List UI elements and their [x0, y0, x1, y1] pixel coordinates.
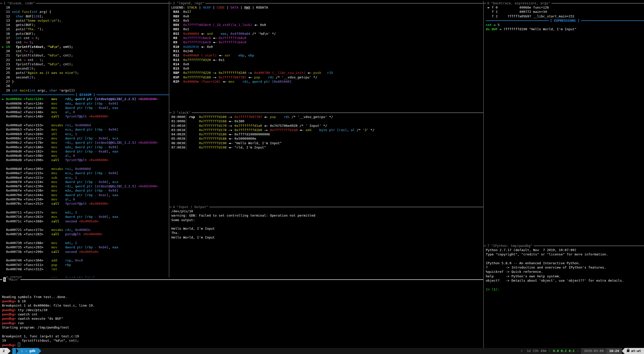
- pane-backtrace[interactable]: 6 "backtrace, expressions, args" ► f 0 4…: [484, 1, 644, 244]
- border-dash: [169, 112, 172, 113]
- terminal-line: 0x4006b3 <func+163> mov ecx, dword ptr […: [2, 127, 169, 132]
- gdb-console-content[interactable]: Reading symbols from test...done.pwndbg>…: [0, 282, 483, 347]
- terminal-line: Some output:: [171, 218, 483, 222]
- terminal-line: 12 char BUF[128];: [2, 14, 169, 18]
- terminal-line: Python 2.7.17 (default, Nov 7 2019, 10:0…: [486, 248, 644, 252]
- terminal-line: 0x400716 <func+262> mov dword ptr [rbp -…: [2, 215, 169, 219]
- border-line: [209, 207, 483, 207]
- terminal-line: 0x4006d6 <func+198> mov al, 0: [2, 154, 169, 158]
- terminal-line: 02:0010│ 0x7fffffffd170 —▸ 0x7fffffffd1a…: [171, 124, 483, 128]
- terminal-line: 10: [2, 5, 169, 10]
- terminal-line: 21 fprintf(stdout, "%d\n", cnt);: [2, 53, 169, 57]
- terminal-line: [486, 283, 644, 287]
- pane-number: 6: [487, 1, 490, 5]
- border-dash: [0, 3, 2, 4]
- terminal-line: IPython 5.8.0 -- An enhanced Interactive…: [486, 261, 644, 265]
- terminal-line: pwndbg> tty /dev/pts/10: [2, 308, 483, 312]
- terminal-line: 0x4006e7 <func+215> mov ecx, dword ptr […: [2, 171, 169, 175]
- pane-border-stack: 3 "stack": [169, 110, 483, 115]
- terminal-line: RDX 0x7ffff7dd18c0 (_IO_stdfile_1_lock) …: [171, 23, 483, 27]
- terminal-line: 0x4006c2 <func+178> mov rdi, qword ptr […: [2, 140, 169, 145]
- terminal-line: 01:0008│ 0x7fffffffd168 ◄— 0x380: [171, 119, 483, 123]
- terminal-line: 14 gets(BUF);: [2, 23, 169, 27]
- terminal-line: R8 0x7ffff7fcb4c0 ◄— 0x7ffff7fcb4c0: [171, 36, 483, 40]
- chevron-right-icon: ›: [25, 348, 27, 354]
- terminal-line: 0x400721 <func+273> movabs rdi, 0x40083c: [2, 228, 169, 232]
- terminal-line: /dev/pts/10: [171, 209, 483, 213]
- pane-legend-regs[interactable]: 2 "legend, regs" LEGEND: STACK | HEAP | …: [169, 1, 483, 110]
- terminal-line: LEGEND: STACK | HEAP | CODE | DATA | RWX…: [171, 5, 483, 10]
- disasm-code-content: 10 11 void func(int arg) { 12 char BUF[1…: [0, 5, 169, 277]
- pane-stack[interactable]: 3 "stack" 00:0000│ rsp 0x7fffffffd160 —▸…: [169, 110, 483, 205]
- terminal-line: [2, 162, 169, 167]
- terminal-line: Hello World, I'm Input: [171, 226, 483, 231]
- terminal-line: 07:0038│ 0x7fffffffd198 ◄— "rld, I'm Inp…: [171, 145, 483, 150]
- terminal-line: f 1 400772 main+34: [486, 10, 644, 14]
- pane-title: "legend, regs": [177, 1, 204, 5]
- terminal-line: pwndbg>: [2, 343, 483, 347]
- terminal-line: Starting program: /tmp/pwndbg/test: [2, 325, 483, 330]
- terminal-line: 23 fprintf(stdout, "%d\n", cnt);: [2, 62, 169, 66]
- terminal-line: ► 19 fprintf(stdout, "%d\n", cnt);: [2, 45, 169, 49]
- terminal-line: 27 }: [2, 79, 169, 84]
- terminal-line: 0x4006a9 <func+153> movabs rsi, 0x40080d: [2, 123, 169, 127]
- terminal-line: 29 int main(int argc, char *argv[]): [2, 88, 169, 93]
- pane-disasm-code[interactable]: 1 "disasm, code" 10 11 void func(int arg…: [0, 1, 169, 277]
- terminal-line: Type "copyright", "credits" or "license"…: [486, 252, 644, 256]
- terminal-line: ► f 0 40068e func+126: [486, 5, 644, 10]
- terminal-line: RAX 0x17: [171, 10, 483, 14]
- terminal-line: 00:0000│ rsp 0x7fffffffd160 —▸ 0x7ffff7b…: [171, 115, 483, 119]
- terminal-line: 0x4006d0 <func+192> mov dword ptr [rbp -…: [2, 149, 169, 154]
- terminal-line: [2, 330, 483, 334]
- terminal-line: ► 0x40068e <func+126> mov rdi, qword ptr…: [2, 97, 169, 101]
- tmux-body: 1 "disasm, code" 10 11 void func(int arg…: [0, 1, 644, 348]
- terminal-line: In [1]:: [486, 287, 644, 291]
- terminal-line: 13 puts("Some output:\n");: [2, 18, 169, 23]
- terminal-line: 0x400735 <func+293> mov dword ptr [rbp -…: [2, 245, 169, 249]
- terminal-line: 0x400740 <func+304> add rsp, 0xc0: [2, 258, 169, 262]
- terminal-line: [171, 222, 483, 226]
- chevron-left-icon: ‹: [546, 346, 553, 354]
- terminal-line: ds BUF = 7fffffffd190 "Hello World, I'm …: [486, 27, 644, 31]
- terminal-line: 24 second(3);: [2, 66, 169, 71]
- terminal-line: 04:0020│ 0x7fffffffd180 ◄— 0xffffd190000…: [171, 132, 483, 136]
- pane-title: "IPython: tmp/pwndbg": [491, 244, 532, 248]
- hostname: at-at: [631, 348, 641, 354]
- terminal-line: 0x400747 <func+311> pop rbp: [2, 263, 169, 267]
- pane-main[interactable]: 5 "Main" Reading symbols from test...don…: [0, 277, 483, 348]
- clock-indicator: 10:24: [606, 348, 622, 354]
- chevron-left-icon: ‹: [575, 346, 581, 354]
- terminal-line: R12 0x4004b0 (_start) ◄— xor ebp, ebp: [171, 53, 483, 57]
- terminal-line: R14 0x0: [171, 62, 483, 66]
- input-output-content: /dev/pts/10warning: GDB: Failed to set c…: [169, 209, 483, 240]
- terminal-line: 0x4006f0 <func+224> mov dword ptr [rbp -…: [2, 180, 169, 184]
- border-dash: [0, 279, 2, 280]
- terminal-line: [ DISASM ]: [2, 93, 169, 97]
- pane-input-output[interactable]: 4 "Input / Output" /dev/pts/10warning: G…: [169, 205, 483, 277]
- powerline-arrow-icon: [622, 348, 625, 354]
- border-dash: [484, 246, 486, 246]
- terminal-line: [2, 282, 483, 286]
- session-indicator[interactable]: 2: [0, 348, 8, 354]
- terminal-line: 03:0018│ 0x7fffffffd178 —▸ 0x7fffffffd1b…: [171, 128, 483, 132]
- pane-title: "Main": [7, 277, 19, 282]
- pane-ipython[interactable]: 7 "IPython: tmp/pwndbg" Python 2.7.17 (d…: [484, 244, 644, 348]
- registers-content: LEGEND: STACK | HEAP | CODE | DATA | RWX…: [169, 5, 483, 84]
- terminal-line: 0x400711 <func+257> mov edi, 3: [2, 210, 169, 215]
- window-name: gdb: [29, 348, 35, 354]
- terminal-line: [2, 271, 169, 276]
- tmux-screen: 1 "disasm, code" 10 11 void func(int arg…: [0, 0, 644, 354]
- pane-number: 7: [487, 244, 490, 248]
- window-tab-gdb[interactable]: 1 › gdb: [12, 348, 38, 354]
- ipython-content[interactable]: Python 2.7.17 (default, Nov 7 2019, 10:0…: [484, 248, 644, 291]
- terminal-line: 0x4006a4 <func+148> call fprintf@plt <0x…: [2, 114, 169, 119]
- terminal-line: 0x4006a2 <func+146> mov al, 0: [2, 110, 169, 114]
- terminal-line: 0x400748 <func+312> ret: [2, 267, 169, 271]
- terminal-line: 0x4006ed <func+221> sub ecx, 1: [2, 175, 169, 180]
- hostname-segment: at-at: [625, 348, 644, 354]
- terminal-line: 0x4006f6 <func+230> mov rdi, qword ptr […: [2, 184, 169, 188]
- border-dash: [484, 3, 486, 4]
- terminal-line: RBP 0x7fffffffd220 —▸ 0x7fffffffd240 —▸ …: [171, 71, 483, 75]
- pane-border-ipython: 7 "IPython: tmp/pwndbg": [484, 244, 644, 248]
- terminal-line: help -> Python's own help system.: [486, 274, 644, 278]
